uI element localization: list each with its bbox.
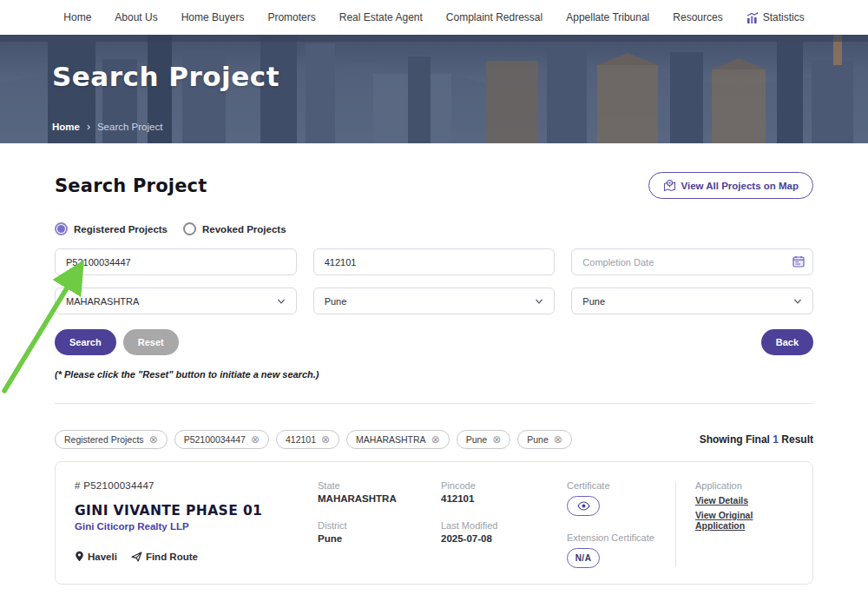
chevron-down-icon [535, 297, 543, 306]
chip-label: 412101 [286, 434, 316, 445]
project-info-column: # P52100034447 GINI VIVANTE PHASE 01 Gin… [75, 480, 318, 568]
chip-close-icon[interactable]: ⊗ [492, 434, 501, 445]
view-certificate-button[interactable] [567, 496, 600, 516]
filter-chip-taluka[interactable]: Pune ⊗ [517, 430, 572, 449]
bar-chart-icon [746, 12, 759, 23]
filter-chip-registered-projects[interactable]: Registered Projects ⊗ [55, 430, 168, 449]
result-count: 1 [773, 433, 779, 446]
filter-chip-state[interactable]: MAHARASHTRA ⊗ [346, 430, 450, 449]
chip-label: Pune [466, 434, 488, 445]
chip-close-icon[interactable]: ⊗ [251, 434, 260, 445]
radio-registered-projects[interactable]: Registered Projects [55, 222, 168, 235]
certificate-label: Certificate [567, 480, 675, 491]
chip-close-icon[interactable]: ⊗ [554, 434, 562, 445]
chip-label: P52100034447 [184, 434, 246, 445]
taluka-select[interactable]: Pune [571, 287, 813, 314]
chevron-down-icon [793, 297, 802, 306]
nav-complaint-redressal[interactable]: Complaint Redressal [446, 11, 542, 23]
search-button[interactable]: Search [55, 329, 116, 355]
nav-real-estate-agent[interactable]: Real Estate Agent [339, 11, 423, 23]
nav-appellate-tribunal[interactable]: Appellate Tribunal [566, 11, 649, 23]
state-district-column: State MAHARASHTRA District Pune [318, 480, 441, 568]
project-location: Haveli [75, 551, 117, 562]
project-registration-number: # P52100034447 [75, 480, 318, 491]
pincode-value: 412101 [441, 493, 567, 504]
chip-label: MAHARASHTRA [356, 434, 426, 445]
top-navigation: Home About Us Home Buyers Promoters Real… [0, 0, 868, 35]
main-content: Search Project View All Projects on Map … [0, 172, 868, 585]
state-value: MAHARASHTRA [318, 493, 441, 504]
navigation-icon [131, 552, 142, 562]
promoter-name-link[interactable]: Gini Citicorp Realty LLP [75, 521, 318, 532]
location-pin-icon [75, 551, 84, 562]
district-select-value: Pune [325, 296, 347, 307]
state-select[interactable]: MAHARASHTRA [55, 287, 297, 314]
radio-registered-label: Registered Projects [74, 224, 168, 235]
view-all-projects-on-map-button[interactable]: View All Projects on Map [648, 172, 813, 199]
chip-close-icon[interactable]: ⊗ [431, 434, 440, 445]
filter-chips: Registered Projects ⊗ P52100034447 ⊗ 412… [55, 430, 572, 449]
pincode-modified-column: Pincode 412101 Last Modified 2025-07-08 [441, 480, 567, 568]
radio-selected-icon[interactable] [55, 222, 68, 235]
application-column: Application View Details View Original A… [676, 480, 795, 568]
nav-about-us[interactable]: About Us [115, 11, 157, 23]
certificate-column: Certificate Extension Certificate N/A [567, 480, 675, 568]
chevron-down-icon [277, 297, 286, 306]
nav-statistics[interactable]: Statistics [746, 11, 805, 23]
section-divider [55, 403, 813, 404]
hero-banner: Search Project Home › Search Project [0, 35, 868, 143]
project-result-card: # P52100034447 GINI VIVANTE PHASE 01 Gin… [55, 461, 813, 585]
na-value: N/A [575, 553, 592, 563]
state-label: State [318, 480, 441, 491]
pincode-label: Pincode [441, 480, 567, 491]
nav-statistics-label: Statistics [763, 11, 805, 23]
taluka-select-value: Pune [582, 296, 605, 307]
find-route-link[interactable]: Find Route [131, 552, 198, 562]
chip-label: Registered Projects [64, 434, 144, 445]
active-filters-row: Registered Projects ⊗ P52100034447 ⊗ 412… [55, 430, 813, 449]
completion-date-input[interactable] [571, 248, 813, 275]
radio-unselected-icon[interactable] [183, 222, 196, 235]
application-label: Application [695, 480, 795, 491]
last-modified-label: Last Modified [441, 520, 567, 531]
filter-chip-project-id[interactable]: P52100034447 ⊗ [174, 430, 269, 449]
last-modified-value: 2025-07-08 [441, 533, 567, 544]
results-summary: Showing Final 1 Result [700, 433, 813, 446]
district-value: Pune [318, 533, 441, 544]
view-details-link[interactable]: View Details [695, 495, 795, 506]
search-form: MAHARASHTRA Pune Pune [55, 248, 813, 314]
nav-home[interactable]: Home [63, 11, 91, 23]
project-name-link[interactable]: GINI VIVANTE PHASE 01 [75, 503, 318, 519]
chip-close-icon[interactable]: ⊗ [149, 434, 158, 445]
project-type-radios: Registered Projects Revoked Projects [55, 222, 813, 235]
district-label: District [318, 520, 441, 531]
filter-chip-district[interactable]: Pune ⊗ [457, 430, 511, 449]
chip-label: Pune [527, 434, 549, 445]
reset-button[interactable]: Reset [123, 329, 179, 355]
nav-home-buyers[interactable]: Home Buyers [181, 11, 245, 23]
state-select-value: MAHARASHTRA [66, 296, 139, 307]
page-title: Search Project [55, 175, 207, 196]
eye-icon [577, 501, 590, 511]
radio-revoked-label: Revoked Projects [202, 224, 286, 235]
project-name-input[interactable] [55, 248, 297, 275]
extension-certificate-na-badge: N/A [567, 548, 600, 568]
back-button[interactable]: Back [761, 329, 813, 355]
nav-promoters[interactable]: Promoters [267, 11, 315, 23]
map-button-label: View All Projects on Map [681, 181, 799, 191]
district-select[interactable]: Pune [313, 287, 556, 314]
pincode-input[interactable] [313, 248, 556, 275]
find-route-label: Find Route [146, 552, 198, 562]
calendar-icon[interactable] [792, 255, 805, 268]
chip-close-icon[interactable]: ⊗ [321, 434, 330, 445]
radio-revoked-projects[interactable]: Revoked Projects [183, 222, 286, 235]
hero-content: Search Project [0, 35, 868, 143]
extension-certificate-label: Extension Certificate [567, 532, 675, 543]
location-label: Haveli [88, 552, 117, 562]
nav-resources[interactable]: Resources [673, 11, 722, 23]
filter-chip-pincode[interactable]: 412101 ⊗ [276, 430, 339, 449]
hero-title: Search Project [52, 61, 868, 92]
map-pin-icon [663, 179, 676, 192]
view-original-application-link[interactable]: View Original Application [695, 510, 795, 531]
reset-note-text: (* Please click the "Reset" button to in… [55, 369, 813, 380]
